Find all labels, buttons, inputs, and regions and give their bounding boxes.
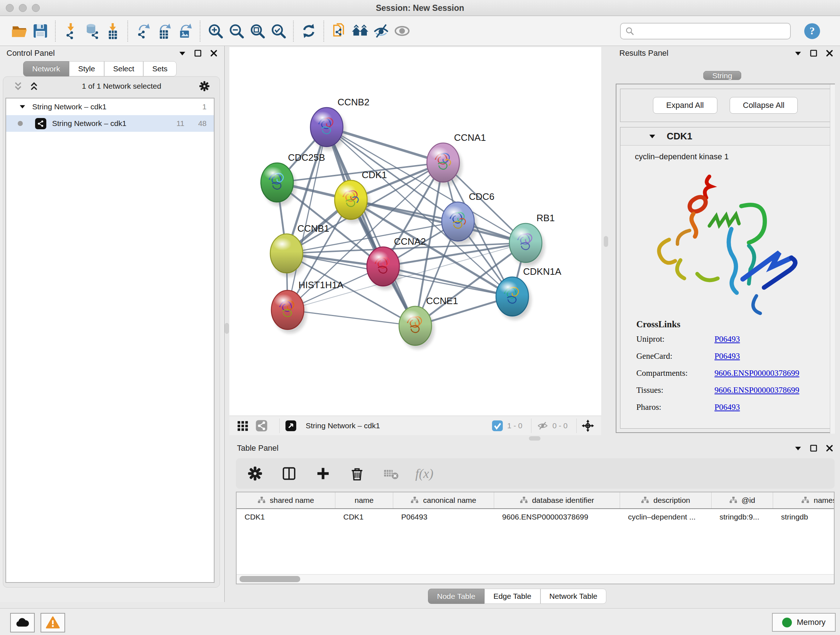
search-input[interactable] — [638, 27, 786, 35]
tab-style[interactable]: Style — [69, 61, 104, 76]
right-splitter-handle[interactable] — [604, 236, 608, 247]
gene-card-caret-icon[interactable] — [648, 132, 657, 141]
crosslink-link[interactable]: 9606.ENSP00000378699 — [714, 369, 799, 378]
network-node-CCNE1[interactable]: CCNE1 — [399, 295, 458, 345]
hide-selected-icon[interactable] — [370, 21, 392, 42]
left-splitter-handle[interactable] — [225, 323, 229, 334]
network-node-CCNB1[interactable]: CCNB1 — [270, 223, 329, 273]
table-cell[interactable]: CDK1 — [237, 509, 335, 525]
results-scrollbar[interactable] — [830, 84, 835, 434]
svg-text:?: ? — [810, 25, 815, 36]
network-node-CCNB2[interactable]: CCNB2 — [310, 97, 369, 147]
memory-button[interactable]: Memory — [772, 613, 836, 632]
close-panel-icon[interactable] — [210, 49, 218, 57]
table-panel-controls — [794, 444, 834, 452]
export-image-icon[interactable] — [174, 21, 195, 42]
horizontal-splitter-handle[interactable] — [529, 436, 540, 440]
table-row[interactable]: CDK1CDK1P064939606.ENSP00000378699cyclin… — [237, 509, 834, 525]
zoom-in-icon[interactable] — [205, 21, 226, 42]
crosslink-link[interactable]: P06493 — [714, 402, 740, 412]
column-header-database-identifier[interactable]: database identifier — [494, 492, 620, 508]
network-options-gear-icon[interactable] — [199, 80, 210, 92]
crosslink-link[interactable]: P06493 — [714, 352, 740, 361]
fit-selected-crosshair-icon[interactable] — [582, 420, 594, 432]
tab-network-table[interactable]: Network Table — [540, 589, 607, 604]
expand-all-button[interactable]: Expand All — [653, 97, 717, 114]
zoom-fit-icon[interactable] — [247, 21, 268, 42]
crosslink-link[interactable]: P06493 — [714, 334, 740, 344]
open-in-window-icon[interactable] — [285, 420, 297, 432]
network-collection-row[interactable]: String Network – cdk1 1 — [6, 98, 214, 115]
tab-select[interactable]: Select — [104, 61, 143, 76]
save-session-icon[interactable] — [30, 21, 51, 42]
birdseye-grid-icon[interactable] — [237, 420, 249, 432]
export-network-icon[interactable] — [133, 21, 153, 42]
table-cell[interactable]: stringdb — [773, 509, 835, 525]
column-header-namespace[interactable]: namespace — [773, 492, 835, 508]
warning-icon[interactable] — [41, 613, 65, 632]
network-row[interactable]: String Network – cdk1 11 48 — [6, 115, 214, 132]
window-close-icon[interactable] — [6, 4, 14, 12]
node-label-RB1: RB1 — [537, 212, 555, 223]
table-cell[interactable]: cyclin–dependent ... — [620, 509, 712, 525]
show-graphics-icon[interactable] — [392, 21, 412, 42]
delete-table-icon[interactable] — [381, 464, 401, 483]
collapse-panel-icon[interactable] — [178, 49, 186, 57]
column-header--id[interactable]: @id — [712, 492, 773, 508]
table-cell[interactable]: CDK1 — [335, 509, 393, 525]
delete-column-icon[interactable] — [347, 464, 367, 483]
column-header-description[interactable]: description — [620, 492, 712, 508]
column-header-name[interactable]: name — [335, 492, 393, 508]
network-node-RB1[interactable]: RB1 — [509, 212, 555, 263]
tab-network[interactable]: Network — [23, 61, 69, 76]
float-panel-icon[interactable] — [810, 444, 818, 452]
network-share-icon[interactable] — [256, 420, 268, 432]
tab-string[interactable]: String — [703, 71, 741, 80]
help-icon[interactable]: ? — [802, 21, 823, 42]
zoom-selected-icon[interactable] — [268, 21, 289, 42]
tab-sets[interactable]: Sets — [143, 61, 177, 76]
add-column-icon[interactable] — [313, 464, 333, 483]
window-zoom-icon[interactable] — [32, 4, 40, 12]
gene-card-header[interactable]: CDK1 — [621, 127, 830, 146]
table-cell[interactable]: P06493 — [393, 509, 494, 525]
refresh-view-icon[interactable] — [298, 21, 319, 42]
window-minimize-icon[interactable] — [19, 4, 27, 12]
import-table-icon[interactable] — [102, 21, 123, 42]
protein-structure-image — [640, 165, 810, 317]
split-columns-icon[interactable] — [279, 464, 299, 483]
network-node-CCNA1[interactable]: CCNA1 — [427, 132, 486, 182]
expand-all-networks-icon[interactable] — [28, 81, 39, 92]
collapse-panel-icon[interactable] — [794, 49, 802, 57]
column-header-canonical-name[interactable]: canonical name — [393, 492, 494, 508]
table-cell[interactable]: 9606.ENSP00000378699 — [494, 509, 620, 525]
collection-caret-icon[interactable] — [13, 103, 32, 111]
close-panel-icon[interactable] — [826, 49, 834, 57]
collapse-panel-icon[interactable] — [794, 444, 802, 452]
zoom-out-icon[interactable] — [226, 21, 247, 42]
import-network-icon[interactable] — [60, 21, 81, 42]
crosslink-link[interactable]: 9606.ENSP00000378699 — [714, 386, 799, 395]
attribute-gear-icon[interactable] — [245, 464, 265, 483]
float-panel-icon[interactable] — [810, 49, 818, 57]
table-cell[interactable]: stringdb:9... — [712, 509, 773, 525]
scrollbar-thumb[interactable] — [240, 576, 300, 582]
selected-checkbox-icon[interactable] — [491, 420, 504, 432]
column-header-shared-name[interactable]: shared name — [237, 492, 335, 508]
function-builder-icon[interactable]: f(x) — [415, 464, 433, 483]
first-neighbors-icon[interactable] — [349, 21, 370, 42]
tab-edge-table[interactable]: Edge Table — [485, 589, 540, 604]
export-table-icon[interactable] — [153, 21, 174, 42]
search-box[interactable] — [620, 23, 791, 40]
float-panel-icon[interactable] — [194, 49, 202, 57]
copy-network-icon[interactable] — [328, 21, 349, 42]
cloud-icon[interactable] — [10, 613, 35, 632]
close-panel-icon[interactable] — [826, 444, 834, 452]
table-horizontal-scrollbar[interactable] — [237, 574, 834, 584]
open-session-icon[interactable] — [9, 21, 30, 42]
collapse-all-networks-icon[interactable] — [13, 81, 24, 92]
network-view-canvas[interactable]: CCNB2CCNA1CDC25BCDK1CDC6RB1CCNB1CCNA2CDK… — [229, 47, 601, 416]
import-network-database-icon[interactable] — [81, 21, 102, 42]
collapse-all-button[interactable]: Collapse All — [729, 97, 798, 114]
tab-node-table[interactable]: Node Table — [428, 589, 485, 604]
